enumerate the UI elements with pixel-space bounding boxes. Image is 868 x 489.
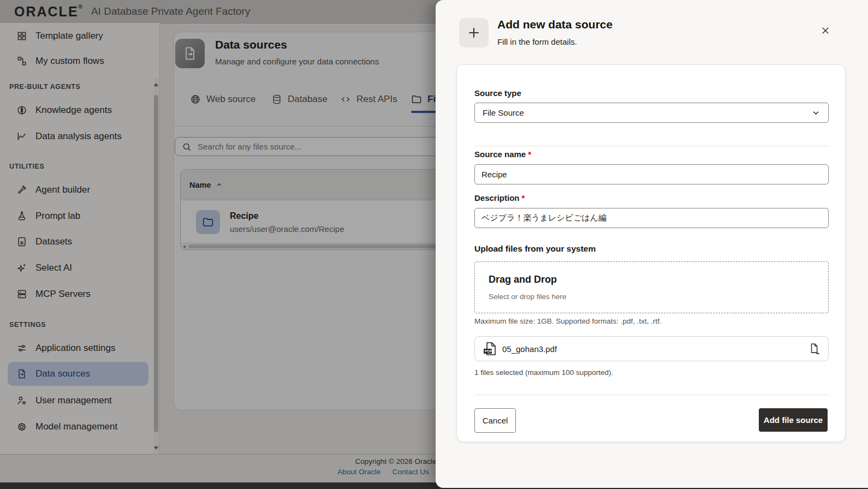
dropzone-title: Drag and Drop — [489, 274, 557, 285]
close-icon — [821, 26, 830, 35]
plus-icon-tile — [459, 18, 489, 47]
drawer-title: Add new data source — [497, 18, 613, 31]
description-input[interactable] — [474, 208, 829, 228]
add-file-source-button[interactable]: Add file source — [759, 408, 828, 432]
description-label: Description* — [474, 193, 525, 202]
drawer-subtitle: Fill in the form details. — [497, 37, 577, 46]
actions-divider — [474, 395, 829, 395]
svg-text:PDF: PDF — [485, 349, 493, 353]
required-asterisk: * — [528, 150, 531, 159]
plus-icon — [466, 25, 481, 40]
required-asterisk: * — [522, 193, 525, 202]
source-name-input[interactable] — [474, 164, 829, 184]
upload-hint: Maximum file size: 1GB. Supported format… — [474, 317, 662, 325]
uploaded-file-row: PDF 05_gohan3.pdf — [474, 336, 829, 361]
dropzone-subtitle: Select or drop files here — [489, 293, 567, 301]
pdf-file-icon: PDF — [483, 342, 497, 356]
upload-section-label: Upload files from your system — [474, 244, 596, 254]
source-name-label: Source name* — [474, 150, 531, 159]
chevron-down-icon — [811, 108, 821, 117]
add-data-source-drawer: Add new data source Fill in the form det… — [436, 0, 868, 488]
uploaded-file-name: 05_gohan3.pdf — [502, 344, 803, 354]
app-window: ORACLE® AI Database Private Agent Factor… — [0, 0, 868, 489]
source-type-select[interactable]: File Source — [474, 103, 829, 123]
remove-file-icon[interactable] — [808, 343, 821, 355]
source-type-label: Source type — [474, 88, 521, 98]
file-dropzone[interactable]: Drag and Drop Select or drop files here — [474, 261, 829, 313]
drawer-form-card: Source type File Source Source name* Des… — [456, 64, 846, 442]
files-selected-summary: 1 files selected (maximum 100 supported)… — [474, 368, 613, 377]
form-divider — [474, 146, 829, 146]
close-button[interactable] — [818, 23, 833, 38]
source-type-value: File Source — [483, 108, 524, 117]
cancel-button[interactable]: Cancel — [474, 408, 516, 433]
